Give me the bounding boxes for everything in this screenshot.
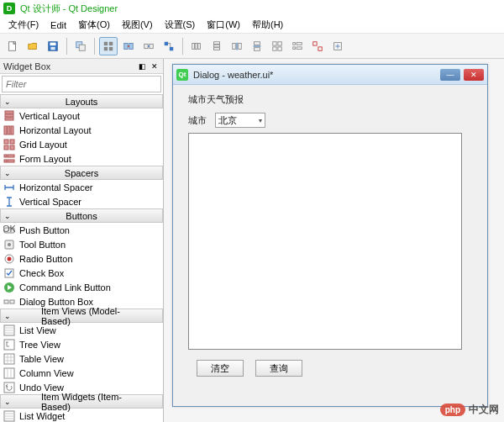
toolbar-layout-vsplitter-icon[interactable] [248, 37, 266, 55]
toolbar-save-icon[interactable] [44, 37, 62, 55]
tool-button-icon [3, 239, 15, 251]
widget-box-filter-input[interactable] [2, 76, 161, 92]
widget-vertical-spacer[interactable]: Vertical Spacer [0, 194, 163, 208]
toolbar-separator [94, 38, 95, 55]
menu-file[interactable]: 文件(F) [3, 17, 44, 33]
widget-command-link-button[interactable]: Command Link Button [0, 280, 163, 294]
widget-push-button[interactable]: OKPush Button [0, 223, 163, 237]
widget-horizontal-layout[interactable]: Horizontal Layout [0, 123, 163, 137]
design-canvas[interactable]: Qt Dialog - weather.ui* — ✕ 城市天气预报 城市 北京… [164, 59, 504, 422]
svg-rect-32 [273, 46, 276, 50]
weather-text-area[interactable] [188, 133, 462, 350]
chevron-down-icon: ▾ [259, 117, 262, 124]
toolbar-edit-tab-order-icon[interactable] [160, 37, 178, 55]
toolbar-new-icon[interactable] [3, 37, 22, 55]
svg-rect-31 [278, 41, 281, 45]
svg-rect-47 [4, 140, 8, 144]
dialog-title: Dialog - weather.ui* [193, 70, 435, 80]
svg-rect-30 [273, 41, 276, 45]
category-spacers[interactable]: ⌄Spacers [0, 166, 163, 180]
toolbar-layout-horizontal-icon[interactable] [187, 37, 206, 55]
toolbar-edit-signals-icon[interactable] [119, 37, 138, 55]
widget-form-layout[interactable]: Form Layout [0, 151, 163, 166]
dialog-window[interactable]: Qt Dialog - weather.ui* — ✕ 城市天气预报 城市 北京… [172, 64, 488, 407]
svg-rect-35 [297, 42, 302, 45]
window-close-button[interactable]: ✕ [464, 69, 484, 81]
svg-rect-24 [233, 43, 236, 49]
svg-rect-18 [192, 43, 195, 49]
check-box-icon [3, 267, 15, 279]
widget-column-view[interactable]: Column View [0, 366, 163, 380]
chevron-down-icon: ⌄ [4, 212, 11, 220]
dialog-titlebar[interactable]: Qt Dialog - weather.ui* — ✕ [173, 65, 487, 85]
toolbar-edit-widgets-icon[interactable] [99, 37, 118, 55]
widget-radio-button[interactable]: Radio Button [0, 251, 163, 266]
widget-box-title: Widget Box [3, 61, 50, 71]
list-view-icon [3, 324, 15, 336]
toolbar-layout-form-icon[interactable] [288, 37, 307, 55]
toolbar-layout-grid-icon[interactable] [268, 37, 286, 55]
menu-form[interactable]: 窗体(O) [73, 17, 115, 33]
svg-rect-63 [4, 300, 8, 303]
toolbar-layout-vertical-icon[interactable] [207, 37, 226, 55]
svg-rect-51 [4, 155, 7, 157]
form-layout-icon [3, 153, 15, 165]
widget-tree-view[interactable]: Tree View [0, 337, 163, 351]
category-buttons[interactable]: ⌄Buttons [0, 208, 163, 223]
menu-settings[interactable]: 设置(S) [160, 17, 201, 33]
window-minimize-button[interactable]: — [440, 69, 460, 81]
svg-rect-16 [165, 41, 168, 45]
widget-vertical-layout[interactable]: Vertical Layout [0, 108, 163, 123]
toolbar-separator [66, 38, 67, 55]
widget-check-box[interactable]: Check Box [0, 266, 163, 280]
dock-float-icon[interactable]: ◧ [137, 61, 147, 71]
menu-help[interactable]: 帮助(H) [247, 17, 288, 33]
city-select[interactable]: 北京 ▾ [215, 113, 265, 128]
menu-view[interactable]: 视图(V) [117, 17, 158, 33]
widget-tool-button[interactable]: Tool Button [0, 237, 163, 251]
push-button-icon: OK [3, 224, 15, 236]
watermark-text: 中文网 [469, 403, 499, 417]
clear-button[interactable]: 清空 [197, 360, 244, 377]
city-select-value: 北京 [218, 114, 237, 127]
svg-rect-3 [50, 46, 55, 50]
svg-rect-50 [10, 145, 14, 150]
svg-rect-78 [4, 382, 14, 393]
menu-window[interactable]: 窗口(W) [202, 17, 245, 33]
menu-edit[interactable]: Edit [45, 18, 71, 32]
svg-rect-54 [8, 160, 14, 162]
toolbar-layout-hsplitter-icon[interactable] [228, 37, 246, 55]
toolbar-send-back-icon[interactable] [71, 37, 90, 55]
widget-box-panel: Widget Box ◧ ✕ ⌄Layouts Vertical Layout … [0, 59, 164, 422]
dock-close-icon[interactable]: ✕ [150, 61, 160, 71]
svg-rect-45 [8, 126, 10, 135]
widget-box-tree[interactable]: ⌄Layouts Vertical Layout Horizontal Layo… [0, 94, 163, 422]
widget-table-view[interactable]: Table View [0, 351, 163, 366]
horizontal-spacer-icon [3, 182, 15, 193]
svg-rect-43 [5, 118, 13, 120]
svg-rect-37 [297, 46, 302, 49]
widget-horizontal-spacer[interactable]: Horizontal Spacer [0, 180, 163, 194]
category-layouts[interactable]: ⌄Layouts [0, 94, 163, 108]
dialog-body[interactable]: 城市天气预报 城市 北京 ▾ 清空 查询 [173, 85, 487, 406]
toolbar-open-icon[interactable] [24, 37, 42, 55]
tree-view-icon [3, 339, 15, 351]
toolbar-adjust-size-icon[interactable] [328, 37, 347, 55]
category-item-views[interactable]: ⌄Item Views (Model-Based) [0, 309, 163, 323]
toolbar-break-layout-icon[interactable] [308, 37, 327, 55]
chevron-down-icon: ⌄ [4, 98, 11, 106]
widget-grid-layout[interactable]: Grid Layout [0, 137, 163, 151]
watermark: php 中文网 [440, 403, 499, 417]
category-item-widgets[interactable]: ⌄Item Widgets (Item-Based) [0, 394, 163, 409]
svg-rect-42 [5, 114, 13, 117]
svg-rect-13 [144, 44, 148, 48]
svg-rect-19 [195, 43, 197, 49]
toolbar-edit-buddies-icon[interactable] [139, 37, 158, 55]
svg-rect-53 [4, 160, 7, 162]
form-heading: 城市天气预报 [188, 93, 472, 106]
toolbar-separator [182, 38, 183, 55]
svg-rect-21 [214, 41, 220, 44]
query-button[interactable]: 查询 [255, 360, 302, 377]
svg-rect-48 [10, 140, 14, 144]
widget-box-header: Widget Box ◧ ✕ [0, 59, 163, 74]
